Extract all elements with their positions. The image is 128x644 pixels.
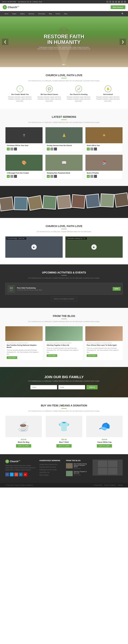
footer-sermon-1[interactable]: Sunday Sermon from the Chu... bbox=[40, 463, 62, 466]
site-footer: C ChurchWP Pellentesque molestie ipsum a… bbox=[0, 454, 128, 483]
sermon-share-5[interactable]: ↗ bbox=[50, 175, 53, 178]
event-details: 12:00 PM | 345 First Church, Lorem Stree… bbox=[17, 289, 111, 291]
nav-blog[interactable]: Blog bbox=[47, 11, 54, 16]
footer-privacy-link[interactable]: Privacy Policy bbox=[94, 484, 102, 486]
sermon-play-6[interactable]: ▶ bbox=[87, 175, 90, 178]
footer-google-icon[interactable]: g bbox=[14, 472, 18, 476]
twitter-icon[interactable]: t bbox=[109, 1, 111, 3]
event-register-button[interactable]: RSVP bbox=[113, 287, 120, 291]
rss-icon[interactable]: ⊛ bbox=[124, 1, 126, 3]
sermon-play-3[interactable]: ▶ bbox=[87, 148, 90, 150]
join-name-input[interactable] bbox=[30, 385, 57, 389]
video-title-2: Abominable Fundraising Trip - Ch... bbox=[66, 238, 87, 240]
sermon-play-1[interactable]: ▶ bbox=[7, 148, 10, 150]
sermon-card-5: 📖 Studying New Testament Book ▶ ↗ ↓ bbox=[45, 154, 83, 180]
events-title: UPCOMING ACTIVITIES & EVENTS bbox=[5, 271, 123, 274]
check-events-button[interactable]: CHECK UPCOMING EVENTS bbox=[51, 297, 77, 301]
footer-sermon-3[interactable]: A Message From Our Creator bbox=[40, 468, 62, 471]
footer-sermon-5[interactable]: Book of Psalms bbox=[40, 474, 62, 476]
nav-shop[interactable]: Shop bbox=[62, 11, 69, 16]
nav-sermons[interactable]: Sermons bbox=[26, 11, 36, 16]
footer-twitter-icon[interactable]: t bbox=[10, 472, 14, 476]
sermon-share-3[interactable]: ↗ bbox=[90, 148, 93, 150]
sermon-share-1[interactable]: ↗ bbox=[10, 148, 13, 150]
footer-sermon-2[interactable]: Christmas Gift for Your Soul bbox=[40, 466, 62, 468]
nav-chormates[interactable]: Chormates bbox=[36, 11, 47, 16]
sermon-dl-5[interactable]: ↓ bbox=[54, 175, 57, 178]
sermon-play-2[interactable]: ▶ bbox=[47, 148, 50, 150]
shop-price-3: $18.00 bbox=[86, 438, 123, 440]
search-icon[interactable]: 🔍 bbox=[120, 11, 125, 16]
footer-sermon-4[interactable]: God's Gift to You bbox=[40, 471, 62, 474]
footer-blog-date-1: Apr 12, 2015 bbox=[74, 468, 88, 470]
hero-dot-1[interactable] bbox=[62, 64, 64, 65]
sermon-share-4[interactable]: ↗ bbox=[10, 175, 13, 178]
sermon-actions-5: ▶ ↗ ↓ bbox=[47, 175, 81, 178]
hero-prev-arrow[interactable]: ❮ bbox=[2, 38, 8, 45]
hero-next-arrow[interactable]: ❯ bbox=[120, 38, 126, 45]
sermon-share-6[interactable]: ↗ bbox=[90, 175, 93, 178]
faith-icon-desc-3: Phasellus molestiam culpam with lorem. P… bbox=[67, 96, 91, 102]
footer-terms-link[interactable]: Terms & Conditions bbox=[104, 484, 116, 486]
sermon-body-3: God's Gift to You ▶ ↗ ↓ bbox=[86, 143, 122, 152]
footer-extra-image bbox=[92, 460, 123, 476]
sermon-dl-6[interactable]: ↓ bbox=[94, 175, 97, 178]
sermon-title-6: Book of Psalms bbox=[87, 172, 121, 174]
sermon-dl-2[interactable]: ↓ bbox=[54, 148, 57, 150]
footer-linkedin-icon[interactable]: in bbox=[19, 472, 23, 476]
footer-blog-info-1: New Families During National Adoption Mo… bbox=[74, 463, 88, 470]
donate-button[interactable]: Make Donation bbox=[111, 5, 125, 9]
read-more-3[interactable]: READ MORE bbox=[87, 354, 97, 357]
videos-title: CHURCH LOVE, FAITH LOVE bbox=[5, 225, 123, 228]
nav-gallery[interactable]: Gallery bbox=[18, 11, 27, 16]
video-card-2[interactable]: ▶ Abominable Fundraising Trip - Ch... bbox=[65, 236, 123, 258]
blog-card-1: LIFE | SPIRITUAL & CHURCH EVENTS New Fam… bbox=[5, 326, 43, 360]
footer-blog-title-1[interactable]: New Families During National Adoption Mo… bbox=[74, 463, 88, 468]
blog-section: FROM THE BLOG Ut in hendrerit purus, eu … bbox=[0, 308, 128, 367]
add-to-cart-1[interactable]: ADD TO CART bbox=[16, 444, 31, 448]
photo-collage bbox=[0, 186, 128, 218]
logo[interactable]: C ChurchWP bbox=[3, 5, 19, 9]
video-title-1: Free stock footage - church over... bbox=[6, 238, 26, 240]
shop-name-1: Black No Mug bbox=[5, 441, 42, 443]
sermon-play-4[interactable]: ▶ bbox=[7, 175, 10, 178]
linkedin-icon[interactable]: in bbox=[115, 1, 117, 3]
sermon-share-2[interactable]: ↗ bbox=[50, 148, 53, 150]
footer-facebook-icon[interactable]: f bbox=[5, 472, 9, 476]
footer-sitemap-link[interactable]: Sitemap bbox=[118, 484, 123, 486]
faith-icon-title-1: Our Creator Needs You bbox=[8, 94, 32, 95]
shop-divider bbox=[61, 408, 67, 408]
nav-home[interactable]: Home bbox=[3, 11, 10, 16]
video-play-2[interactable]: ▶ bbox=[91, 244, 97, 250]
read-more-2[interactable]: READ MORE bbox=[47, 354, 57, 357]
join-email-input[interactable] bbox=[58, 385, 85, 389]
shop-grid: ☕ $15.00 Black No Mug ADD TO CART 👕 $25.… bbox=[5, 416, 123, 448]
hero-section: ❮ RESTORE FAITH IN HUMANITY Pellentesque… bbox=[0, 16, 128, 67]
collage-photo-9 bbox=[114, 192, 128, 208]
sermon-dl-4[interactable]: ↓ bbox=[14, 175, 17, 178]
google-icon[interactable]: g bbox=[112, 1, 114, 3]
hero-dot-2[interactable] bbox=[64, 64, 66, 65]
sermon-play-5[interactable]: ▶ bbox=[47, 175, 50, 178]
video-card-1[interactable]: ▶ Free stock footage - church over... bbox=[5, 236, 63, 258]
sermon-dl-1[interactable]: ↓ bbox=[14, 148, 17, 150]
join-title: JOIN OUR BIG FAMILLY bbox=[5, 375, 123, 379]
facebook-icon[interactable]: f bbox=[106, 1, 108, 3]
footer-youtube-icon[interactable]: ▶ bbox=[24, 472, 27, 476]
blog-meta-2: ALL AGES | LEARNING & CHURCH EVENTS bbox=[47, 342, 81, 344]
sermon-dl-3[interactable]: ↓ bbox=[94, 148, 97, 150]
youtube-icon[interactable]: ▶ bbox=[118, 1, 120, 3]
add-to-cart-3[interactable]: ADD TO CART bbox=[97, 444, 112, 448]
top-bar: Call Us: +44 0143 4456 San Anderson 145,… bbox=[0, 0, 128, 4]
hero-content: RESTORE FAITH IN HUMANITY Pellentesque m… bbox=[37, 34, 91, 50]
add-to-cart-2[interactable]: ADD TO CART bbox=[56, 444, 72, 448]
pinterest-icon[interactable]: p bbox=[121, 1, 123, 3]
read-more-1[interactable]: READ MORE bbox=[7, 356, 17, 359]
video-play-1[interactable]: ▶ bbox=[31, 244, 37, 250]
nav-events[interactable]: Events bbox=[54, 11, 62, 16]
nav-pages[interactable]: Pages bbox=[10, 11, 18, 16]
sermons-divider bbox=[61, 120, 67, 120]
videos-grid: ▶ Free stock footage - church over... ▶ … bbox=[5, 236, 123, 258]
join-submit-button[interactable]: JOIN US bbox=[86, 385, 98, 389]
footer-blog-title-2[interactable]: Stitching Together A New Life bbox=[74, 471, 88, 474]
